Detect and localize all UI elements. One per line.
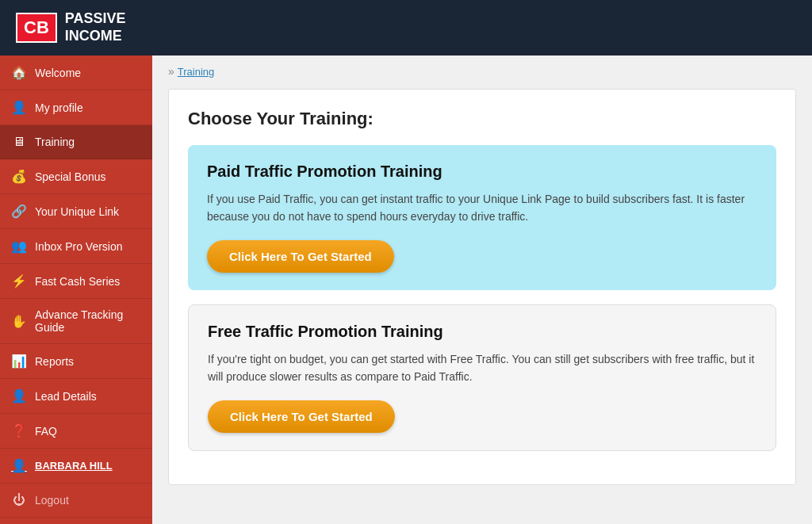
layout: 🏠 Welcome 👤 My profile 🖥 Training 💰 Spec… (0, 55, 812, 524)
fast-cash-icon: ⚡ (11, 273, 27, 289)
sidebar-item-your-unique-link[interactable]: 🔗 Your Unique Link (0, 194, 152, 229)
user-icon: 👤 (11, 458, 27, 473)
lead-icon: 👤 (11, 388, 27, 404)
sidebar-item-advance-tracking-guide[interactable]: ✋ Advance Tracking Guide (0, 299, 152, 344)
paid-card-desc: If you use Paid Traffic, you can get ins… (207, 190, 757, 226)
sidebar-item-welcome[interactable]: 🏠 Welcome (0, 55, 152, 90)
sidebar-label-training: Training (35, 136, 75, 148)
inbox-icon: 👥 (11, 239, 27, 254)
breadcrumb-link[interactable]: Training (178, 66, 214, 78)
sidebar-label-my-profile: My profile (35, 101, 83, 114)
training-card-free: Free Traffic Promotion Training If you'r… (188, 304, 776, 451)
logo-text: PASSIVE INCOME (65, 10, 126, 44)
sidebar-label-fast-cash-series: Fast Cash Series (35, 275, 120, 288)
free-cta-button[interactable]: Click Here To Get Started (208, 400, 395, 433)
link-icon: 🔗 (11, 204, 27, 219)
breadcrumb-arrow: » (168, 65, 174, 78)
logo-cb: CB (16, 13, 57, 43)
sidebar-item-reports[interactable]: 📊 Reports (0, 344, 152, 379)
bonus-icon: 💰 (11, 169, 27, 184)
faq-icon: ❓ (11, 423, 27, 438)
sidebar-item-faq[interactable]: ❓ FAQ (0, 414, 152, 449)
sidebar-item-my-profile[interactable]: 👤 My profile (0, 90, 152, 125)
paid-cta-button[interactable]: Click Here To Get Started (207, 240, 394, 273)
tracking-icon: ✋ (11, 314, 27, 329)
page-title: Choose Your Training: (188, 109, 776, 129)
sidebar-item-training[interactable]: 🖥 Training (0, 125, 152, 159)
sidebar-label-advance-tracking-guide: Advance Tracking Guide (35, 308, 141, 334)
sidebar-item-logout[interactable]: ⏻ Logout (0, 484, 152, 518)
sidebar-label-your-unique-link: Your Unique Link (35, 205, 119, 218)
paid-card-title: Paid Traffic Promotion Training (207, 163, 757, 181)
sidebar-label-reports: Reports (35, 355, 74, 368)
profile-icon: 👤 (11, 100, 27, 115)
training-icon: 🖥 (11, 135, 27, 149)
sidebar-label-welcome: Welcome (35, 67, 81, 79)
sidebar-label-user: BARBARA HILL (35, 460, 113, 472)
sidebar-item-user[interactable]: 👤 BARBARA HILL (0, 449, 152, 484)
sidebar: 🏠 Welcome 👤 My profile 🖥 Training 💰 Spec… (0, 55, 152, 524)
sidebar-item-inbox-pro-version[interactable]: 👥 Inbox Pro Version (0, 229, 152, 264)
reports-icon: 📊 (11, 354, 27, 369)
sidebar-label-lead-details: Lead Details (35, 390, 97, 403)
sidebar-label-logout: Logout (35, 494, 69, 507)
free-card-title: Free Traffic Promotion Training (208, 323, 756, 341)
main-content: » Training Choose Your Training: Paid Tr… (152, 55, 812, 524)
free-card-desc: If you're tight on budget, you can get s… (208, 350, 756, 386)
sidebar-item-fast-cash-series[interactable]: ⚡ Fast Cash Series (0, 264, 152, 299)
sidebar-item-special-bonus[interactable]: 💰 Special Bonus (0, 159, 152, 194)
sidebar-label-special-bonus: Special Bonus (35, 170, 106, 183)
header: CB PASSIVE INCOME (0, 0, 812, 55)
breadcrumb: » Training (168, 65, 796, 78)
sidebar-label-faq: FAQ (35, 425, 57, 438)
home-icon: 🏠 (11, 65, 27, 80)
logout-icon: ⏻ (11, 493, 27, 507)
logo: CB PASSIVE INCOME (16, 10, 125, 44)
training-card-paid: Paid Traffic Promotion Training If you u… (188, 145, 776, 290)
sidebar-label-inbox-pro-version: Inbox Pro Version (35, 240, 123, 253)
training-container: Choose Your Training: Paid Traffic Promo… (168, 89, 796, 485)
sidebar-item-lead-details[interactable]: 👤 Lead Details (0, 379, 152, 414)
